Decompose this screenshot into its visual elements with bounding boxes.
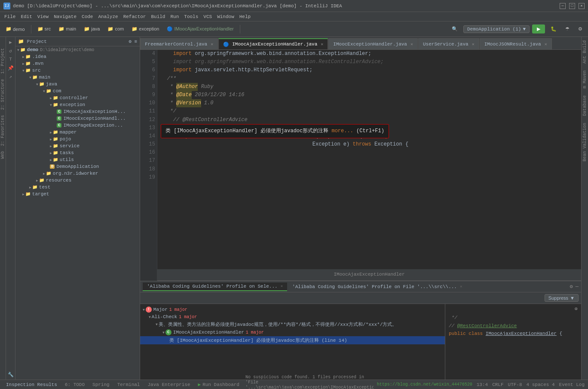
tree-pojo[interactable]: ▶ 📁 pojo <box>15 136 140 143</box>
pin-strip-btn[interactable]: 📌 <box>7 64 14 71</box>
src-btn[interactable]: 📁 src <box>34 24 54 33</box>
status-encoding[interactable]: UTF-8 <box>508 382 522 387</box>
maven-tab[interactable]: m Maven <box>582 67 588 92</box>
status-todo[interactable]: 6: TODO <box>62 381 87 388</box>
status-run-dashboard[interactable]: ▶ Run Dashboard <box>196 381 242 388</box>
tree-idea[interactable]: ▶ 📁 .idea <box>15 53 140 60</box>
tab-user-service[interactable]: UserService.java ✕ <box>418 38 479 49</box>
menu-window[interactable]: Window <box>214 13 237 20</box>
tab-close-imooc-exception[interactable]: ✕ <box>410 42 413 47</box>
java-btn[interactable]: 📁 java <box>81 24 103 33</box>
tooltip-more[interactable]: more... <box>331 128 353 134</box>
inspect-ali-check[interactable]: ▼ Ali-Check 1 major <box>140 313 445 320</box>
tree-controller[interactable]: ▶ 📁 controller <box>15 94 140 101</box>
exception-btn[interactable]: 📁 exception <box>129 24 162 33</box>
tab-close-user-service[interactable]: ✕ <box>472 42 475 47</box>
tree-imooc-ajax[interactable]: C IMoocAjaxExceptionH... <box>15 108 140 115</box>
tab-freemarker[interactable]: FreemarkerControl.java ✕ <box>140 38 218 49</box>
menu-run[interactable]: Run <box>168 13 181 20</box>
inspect-file-item[interactable]: ▼ C IMoocAjaxExceptionHandler 1 major <box>140 328 445 336</box>
tab-close-imooc-ajax[interactable]: ✕ <box>321 42 323 47</box>
status-indent[interactable]: 4 spaces 4 <box>527 382 555 387</box>
menu-code[interactable]: Code <box>79 13 95 20</box>
status-spring[interactable]: Spring <box>90 381 112 388</box>
run-config-dropdown[interactable]: DemoApplication (1) ▼ <box>463 25 530 33</box>
tab-close-freemarker[interactable]: ✕ <box>211 42 213 47</box>
inspection-minimize-btn[interactable]: — <box>576 284 579 290</box>
menu-view[interactable]: View <box>35 13 51 20</box>
close-button[interactable]: ✕ <box>579 3 585 9</box>
database-tab[interactable]: Database <box>582 92 588 119</box>
maximize-button[interactable]: □ <box>569 3 575 9</box>
menu-help[interactable]: Help <box>237 13 253 20</box>
com-btn[interactable]: 📁 com <box>104 24 127 33</box>
inspection-settings-btn[interactable]: ⚙ <box>570 283 573 290</box>
event-log[interactable]: Event Log <box>559 382 585 387</box>
status-terminal[interactable]: Terminal <box>115 381 143 388</box>
tree-mvn[interactable]: ▶ 📁 .mvn <box>15 60 140 67</box>
menu-build[interactable]: Build <box>148 13 168 20</box>
settings-button[interactable]: ⚙ <box>575 24 585 33</box>
tools-strip-btn[interactable]: 🔧 <box>7 371 14 378</box>
bottom-tab-close-2[interactable]: ✕ <box>460 284 462 289</box>
tab-close-imooc-json[interactable]: ✕ <box>545 42 547 47</box>
minimize-button[interactable]: — <box>560 3 566 9</box>
export-strip-btn[interactable]: ↗ <box>7 73 14 80</box>
menu-vcs[interactable]: VCS <box>201 13 214 20</box>
tree-demo-app[interactable]: D DemoApplication <box>15 163 140 170</box>
tree-resources[interactable]: ▶ 📁 resources <box>15 177 140 184</box>
inspect-major[interactable]: ▼ ! Major 1 major <box>140 306 445 313</box>
status-java-enterprise[interactable]: Java Enterprise <box>145 381 193 388</box>
tree-tasks[interactable]: ▶ 📁 tasks <box>15 149 140 156</box>
sidebar-options[interactable]: ⚙ ≡ <box>129 39 137 44</box>
tab-imooc-json[interactable]: IMoocJSONResult.java ✕ <box>480 38 552 49</box>
debug-button[interactable]: 🐛 <box>548 24 560 33</box>
tree-imooc-exception[interactable]: C IMoocExceptionHandl... <box>15 115 140 122</box>
menu-analyze[interactable]: Analyze <box>95 13 120 20</box>
main-btn[interactable]: 📁 main <box>55 24 79 33</box>
tree-com[interactable]: ▼ 📁 com <box>15 88 140 94</box>
tree-imooc-page[interactable]: C IMoocPageException... <box>15 122 140 129</box>
bottom-tab-inspection[interactable]: 'Alibaba Coding Guidelines' Profile on S… <box>143 283 287 291</box>
play-strip-btn[interactable]: ▶ <box>7 39 14 46</box>
menu-navigate[interactable]: Navigate <box>51 13 79 20</box>
tree-target[interactable]: ▶ 📁 target <box>15 191 140 198</box>
inspect-message[interactable]: ▼ 美、类属性、类方法的注释必须使用javadoc规范，使用/**内容*/格式，… <box>140 320 445 328</box>
web-side-label[interactable]: Web <box>0 149 6 161</box>
tab-imooc-ajax[interactable]: 🔵 IMoocAjaxExceptionHandler.java ✕ <box>218 38 328 49</box>
tree-service[interactable]: ▶ 📁 service <box>15 143 140 149</box>
coverage-button[interactable]: ☂ <box>562 24 573 33</box>
tree-idworker[interactable]: ▶ 📁 org.n3r.idworker <box>15 170 140 177</box>
menu-refactor[interactable]: Refactor <box>121 13 149 20</box>
structure-side-label[interactable]: 2: Structure <box>0 76 6 112</box>
tree-mapper[interactable]: ▶ 📁 mapper <box>15 129 140 136</box>
suppress-button[interactable]: Suppress ▼ <box>545 294 579 302</box>
inspect-error-item[interactable]: 类 [IMoocAjaxExceptionHandler] 必须使用javado… <box>140 336 445 344</box>
status-crlf[interactable]: CRLF <box>492 382 503 387</box>
tree-src[interactable]: ▼ 📁 src <box>15 67 140 74</box>
tab-imooc-exception[interactable]: IMoocExceptionHandler.java ✕ <box>328 38 418 49</box>
tree-java[interactable]: ▼ 📁 java <box>15 81 140 88</box>
ant-build-tab[interactable]: Ant Build <box>582 37 588 67</box>
favorites-side-label[interactable]: 2: Favorites <box>0 112 6 149</box>
tree-utils[interactable]: ▶ 📁 utils <box>15 156 140 163</box>
status-position[interactable]: 13:4 <box>477 382 488 387</box>
run-button[interactable]: ▶ <box>532 24 545 33</box>
status-inspection-results[interactable]: Inspection Results <box>3 381 60 388</box>
tree-exception[interactable]: ▼ 📁 exception <box>15 101 140 108</box>
bean-validation-tab[interactable]: Bean Validation <box>582 119 588 165</box>
menu-tools[interactable]: Tools <box>181 13 201 20</box>
tree-demo-root[interactable]: ▼ 📁 demo D:\idealUProject\demo <box>15 46 140 53</box>
bottom-tab-file[interactable]: 'Alibaba Coding Guidelines' Profile on F… <box>288 283 466 291</box>
menu-edit[interactable]: Edit <box>18 13 34 20</box>
project-btn[interactable]: 📁 demo <box>3 24 28 33</box>
tree-test[interactable]: ▶ 📁 test <box>15 184 140 191</box>
project-side-label[interactable]: 1: Project <box>0 46 6 76</box>
code-editor[interactable]: 4 5 6 7 8 9 10 11 12 13 14 15 16 17 18 1… <box>140 50 581 281</box>
bottom-tab-close-1[interactable]: ✕ <box>281 284 283 289</box>
preview-expand-btn[interactable]: ⊕ <box>575 306 578 312</box>
tree-main[interactable]: ▼ 📁 main <box>15 74 140 81</box>
search-btn[interactable]: 🔍 <box>449 24 461 33</box>
handler-btn[interactable]: 🔵 IMoocAjaxExceptionHandler <box>164 24 236 33</box>
inspection-tooltip[interactable]: 类 [IMoocAjaxExceptionHandler] 必须使用javado… <box>161 124 389 138</box>
